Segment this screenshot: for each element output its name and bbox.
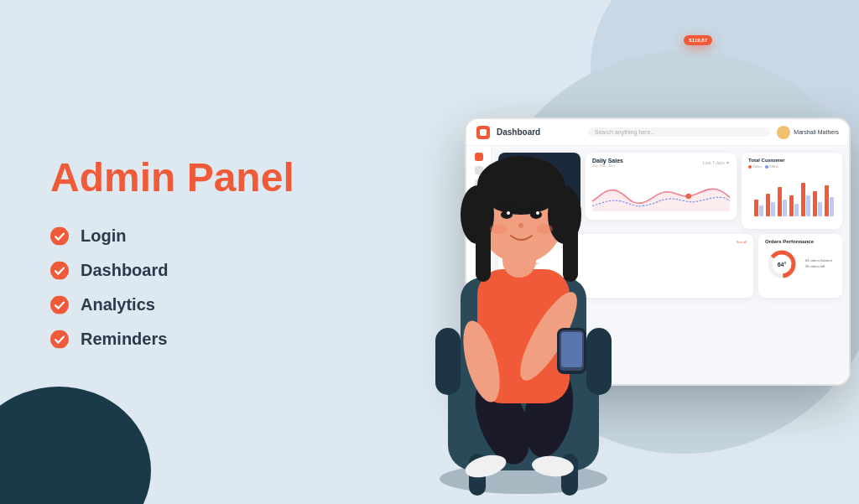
svg-rect-5 bbox=[754, 200, 758, 216]
feature-item-analytics: Analytics bbox=[50, 295, 294, 314]
page-title: Admin Panel bbox=[50, 155, 294, 200]
check-icon-dashboard bbox=[50, 261, 69, 279]
perf-finished: 64 orders finished bbox=[805, 258, 832, 262]
donut-chart: 64° bbox=[765, 247, 799, 281]
svg-rect-37 bbox=[561, 332, 582, 367]
perf-left: 36 orders left bbox=[805, 264, 832, 268]
check-icon-reminders bbox=[50, 330, 69, 348]
svg-rect-8 bbox=[771, 202, 775, 216]
svg-rect-14 bbox=[806, 195, 810, 216]
feature-label-dashboard: Dashboard bbox=[81, 261, 168, 280]
svg-rect-6 bbox=[759, 205, 763, 216]
check-icon-analytics bbox=[50, 295, 69, 314]
perf-stats: 64 orders finished 36 orders left bbox=[805, 258, 832, 270]
svg-point-52 bbox=[536, 224, 553, 234]
legend-offline: Offline bbox=[765, 164, 779, 169]
person-illustration bbox=[402, 68, 645, 504]
svg-rect-11 bbox=[789, 195, 794, 216]
svg-rect-7 bbox=[766, 194, 770, 216]
left-panel: Admin Panel Login Dashboard bbox=[50, 155, 294, 349]
performance-card: Orders Performance 64° 64 orders finishe… bbox=[758, 234, 842, 298]
feature-label-reminders: Reminders bbox=[81, 330, 167, 349]
svg-point-48 bbox=[507, 211, 510, 215]
svg-rect-45 bbox=[563, 215, 578, 282]
svg-rect-16 bbox=[818, 202, 822, 216]
feature-item-login: Login bbox=[50, 226, 294, 246]
svg-point-49 bbox=[536, 211, 539, 215]
bg-shape-bottom-left bbox=[0, 387, 151, 504]
user-info: Marshall Mathers bbox=[777, 126, 839, 139]
svg-rect-44 bbox=[476, 215, 491, 282]
avatar bbox=[777, 126, 790, 139]
svg-point-2 bbox=[50, 295, 69, 314]
user-name: Marshall Mathers bbox=[794, 129, 839, 135]
legend-online: Online bbox=[748, 164, 763, 169]
total-customer-legend: Online Offline bbox=[748, 164, 836, 169]
total-customer-card: Total Customer Online Offline bbox=[742, 153, 842, 229]
bar-chart bbox=[748, 170, 836, 221]
offline-dot bbox=[765, 165, 768, 169]
svg-point-4 bbox=[686, 194, 692, 200]
feature-list: Login Dashboard Analytics bbox=[50, 226, 294, 349]
svg-point-51 bbox=[490, 224, 507, 234]
svg-rect-10 bbox=[783, 200, 787, 216]
total-customer-title: Total Customer bbox=[748, 158, 836, 163]
perf-title: Orders Performance bbox=[765, 239, 836, 244]
svg-rect-9 bbox=[778, 187, 782, 216]
svg-point-1 bbox=[50, 261, 69, 279]
svg-point-50 bbox=[518, 223, 523, 228]
svg-point-46 bbox=[501, 210, 513, 219]
svg-rect-12 bbox=[794, 204, 799, 216]
feature-label-analytics: Analytics bbox=[81, 295, 155, 314]
svg-rect-25 bbox=[435, 328, 461, 395]
online-dot bbox=[748, 165, 752, 169]
person-svg bbox=[402, 68, 645, 504]
daily-sales-period: Last 7 days ▼ bbox=[703, 160, 730, 165]
price-badge: $119,87 bbox=[684, 35, 712, 45]
perf-donut: 64° 64 orders finished 36 orders left bbox=[765, 247, 836, 281]
right-panel: Dashboard Search anything here... Marsha… bbox=[356, 0, 859, 504]
svg-point-47 bbox=[530, 210, 542, 219]
feature-label-login: Login bbox=[81, 226, 126, 246]
svg-rect-15 bbox=[813, 191, 817, 216]
svg-point-0 bbox=[50, 226, 69, 245]
svg-rect-26 bbox=[586, 328, 612, 395]
see-all-button[interactable]: See all bbox=[737, 240, 747, 244]
check-icon-login bbox=[50, 226, 69, 245]
feature-item-dashboard: Dashboard bbox=[50, 261, 294, 280]
feature-item-reminders: Reminders bbox=[50, 330, 294, 349]
svg-point-3 bbox=[50, 330, 69, 348]
svg-text:64°: 64° bbox=[778, 262, 787, 268]
svg-rect-17 bbox=[825, 185, 829, 216]
svg-rect-18 bbox=[830, 197, 834, 216]
svg-rect-13 bbox=[801, 183, 805, 216]
